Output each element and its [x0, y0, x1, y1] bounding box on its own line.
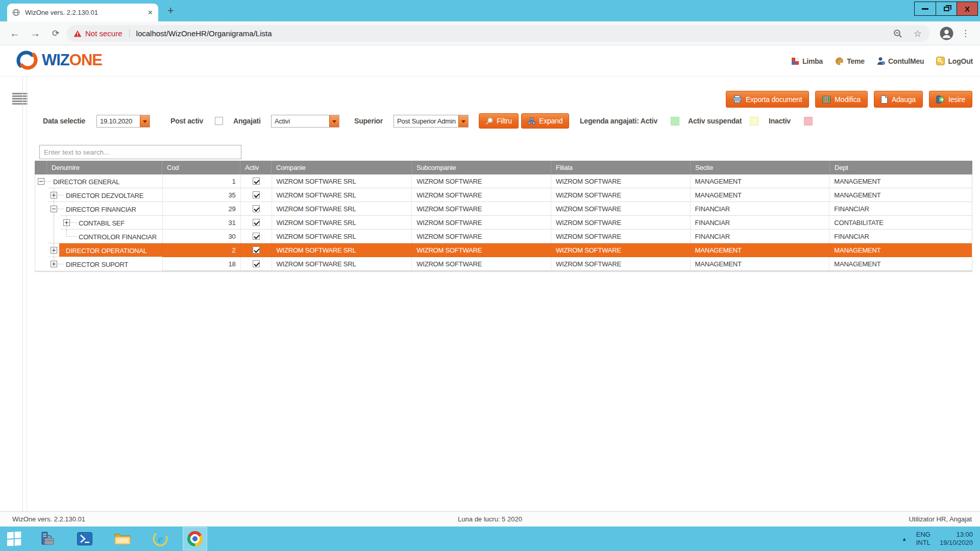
- zoom-icon[interactable]: [893, 29, 902, 38]
- column-header-companie[interactable]: Companie: [271, 161, 411, 174]
- activ-checkbox[interactable]: [253, 246, 260, 254]
- filter-bar: Data selectie 19.10.2020 Post activ Anga…: [0, 113, 980, 129]
- tab-title: WizOne vers. 2.2.130.01: [25, 9, 142, 16]
- legend-suspendat-swatch: [750, 117, 758, 126]
- activ-checkbox[interactable]: [253, 205, 260, 212]
- activ-checkbox[interactable]: [253, 178, 260, 185]
- date-select[interactable]: 19.10.2020: [96, 115, 150, 128]
- link-logout[interactable]: LogOut: [936, 57, 973, 65]
- action-toolbar: Exporta document Modifica Adauga Iesire: [35, 91, 972, 108]
- palette-icon: [835, 57, 844, 65]
- window-minimize-button[interactable]: [915, 2, 936, 15]
- table-row-selected[interactable]: DIRECTOR OPERATIONAL 2 WIZROM SOFTWARE S…: [35, 243, 972, 257]
- browser-tab[interactable]: WizOne vers. 2.2.130.01 ✕: [7, 4, 158, 21]
- language-flag-icon: [791, 57, 799, 65]
- superior-label: Superior: [354, 117, 383, 125]
- activ-checkbox[interactable]: [253, 233, 260, 240]
- new-tab-button[interactable]: +: [167, 4, 174, 17]
- address-bar[interactable]: Not secure localhost/WizOneHR/Organigram…: [66, 25, 930, 42]
- expand-button[interactable]: Expand: [521, 113, 569, 129]
- back-icon[interactable]: ←: [6, 21, 23, 45]
- user-icon: i: [877, 57, 885, 65]
- legend-title: Legenda angajati: Activ: [580, 117, 657, 125]
- browser-menu-icon[interactable]: ⋮: [961, 28, 970, 39]
- collapse-icon[interactable]: [38, 178, 44, 185]
- tray-expand-arrow-icon[interactable]: ▲: [902, 536, 907, 542]
- clock[interactable]: 13:00 19/10/2020: [940, 531, 973, 547]
- expand-icon[interactable]: [63, 219, 70, 226]
- menu-toggle-icon[interactable]: [12, 93, 28, 105]
- file-explorer-icon[interactable]: [114, 531, 131, 547]
- activ-checkbox[interactable]: [253, 260, 260, 267]
- activ-checkbox[interactable]: [253, 191, 260, 198]
- superior-select[interactable]: Post Superior Admin: [394, 115, 469, 128]
- angajati-select[interactable]: Activi: [271, 115, 339, 128]
- window-close-button[interactable]: X: [957, 2, 977, 15]
- table-row[interactable]: CONTABIL SEF 31 WIZROM SOFTWARE SRL WIZR…: [35, 216, 972, 230]
- modifica-button[interactable]: Modifica: [815, 91, 868, 108]
- table-row[interactable]: DIRECTOR SUPORT 18 WIZROM SOFTWARE SRL W…: [35, 257, 972, 271]
- adauga-button[interactable]: Adauga: [874, 91, 923, 108]
- table-row[interactable]: DIRECTOR DEZVOLTARE 35 WIZROM SOFTWARE S…: [35, 188, 972, 202]
- dropdown-arrow-icon[interactable]: [458, 115, 468, 127]
- forward-icon[interactable]: →: [27, 21, 44, 45]
- table-row[interactable]: DIRECTOR GENERAL 1 WIZROM SOFTWARE SRL W…: [35, 174, 972, 188]
- column-header-denumire[interactable]: Denumire: [46, 161, 162, 174]
- security-status-label[interactable]: Not secure: [85, 29, 122, 38]
- magnifier-icon: [485, 117, 493, 125]
- internet-explorer-icon[interactable]: e: [152, 531, 168, 547]
- link-teme[interactable]: Teme: [835, 57, 865, 65]
- browser-toolbar: ← → ⟳ Not secure localhost/WizOneHR/Orga…: [0, 21, 980, 45]
- not-secure-warning-icon[interactable]: [74, 30, 82, 37]
- link-contulmeu[interactable]: i ContulMeu: [877, 57, 924, 65]
- legend-inactiv-label: Inactiv: [769, 117, 791, 125]
- chrome-taskbar-button[interactable]: [183, 527, 207, 550]
- table-row[interactable]: CONTROLOR FINANCIAR 30 WIZROM SOFTWARE S…: [35, 230, 972, 243]
- search-input[interactable]: [39, 145, 241, 159]
- column-header-subcompanie[interactable]: Subcompanie: [411, 161, 551, 174]
- post-activ-checkbox[interactable]: [215, 117, 223, 125]
- app-page: WIZONE Limba Teme i ContulMeu LogOut: [0, 45, 980, 511]
- url-divider: [129, 29, 130, 38]
- status-bar: WizOne vers. 2.2.130.01 Luna de lucru: 5…: [0, 511, 980, 527]
- column-header-activ[interactable]: Activ: [240, 161, 271, 174]
- refresh-icon[interactable]: ⟳: [47, 21, 64, 45]
- bookmark-star-icon[interactable]: ☆: [914, 29, 922, 38]
- tab-favicon-globe-icon: [12, 9, 20, 16]
- organigrama-grid: Denumire Cod Activ Companie Subcompanie …: [35, 161, 972, 271]
- start-button-icon[interactable]: [6, 531, 22, 547]
- angajati-label: Angajati: [233, 117, 261, 125]
- dropdown-arrow-icon[interactable]: [329, 115, 339, 127]
- date-value: 19.10.2020: [97, 115, 140, 127]
- server-manager-icon[interactable]: [39, 531, 55, 547]
- system-tray: ▲ ENG INTL 13:00 19/10/2020: [902, 527, 980, 551]
- column-header-dept[interactable]: Dept: [829, 161, 972, 174]
- collapse-icon[interactable]: [51, 206, 57, 212]
- language-indicator[interactable]: ENG INTL: [916, 531, 930, 547]
- splitter-line[interactable]: [22, 77, 23, 511]
- tab-close-icon[interactable]: ✕: [148, 9, 153, 16]
- profile-avatar[interactable]: [940, 27, 953, 42]
- indicator-column-header: [35, 161, 46, 174]
- activ-checkbox[interactable]: [253, 219, 260, 226]
- window-restore-button[interactable]: [936, 2, 957, 15]
- column-header-cod[interactable]: Cod: [162, 161, 240, 174]
- windows-taskbar: e ▲ ENG INTL 13:00 19/10/2020: [0, 527, 980, 551]
- splitter-line-2: [27, 77, 27, 511]
- powershell-icon[interactable]: [77, 531, 93, 547]
- dropdown-arrow-icon[interactable]: [140, 115, 150, 127]
- link-limba[interactable]: Limba: [791, 57, 823, 65]
- url-text[interactable]: localhost/WizOneHR/Organigrama/Lista: [136, 29, 272, 38]
- exporta-document-button[interactable]: Exporta document: [726, 91, 809, 108]
- column-header-filiala[interactable]: Filiala: [551, 161, 690, 174]
- iesire-button[interactable]: Iesire: [929, 91, 972, 108]
- filtru-button[interactable]: Filtru: [479, 113, 519, 129]
- wizone-logo: WIZONE: [15, 49, 102, 71]
- expand-icon[interactable]: [51, 192, 57, 198]
- expand-icon[interactable]: [51, 247, 57, 254]
- status-working-month: Luna de lucru: 5 2020: [0, 515, 980, 523]
- legend-suspendat-label: Activ suspendat: [688, 117, 742, 125]
- column-header-sectie[interactable]: Sectie: [690, 161, 829, 174]
- expand-icon[interactable]: [51, 261, 57, 267]
- table-row[interactable]: DIRECTOR FINANCIAR 29 WIZROM SOFTWARE SR…: [35, 202, 972, 216]
